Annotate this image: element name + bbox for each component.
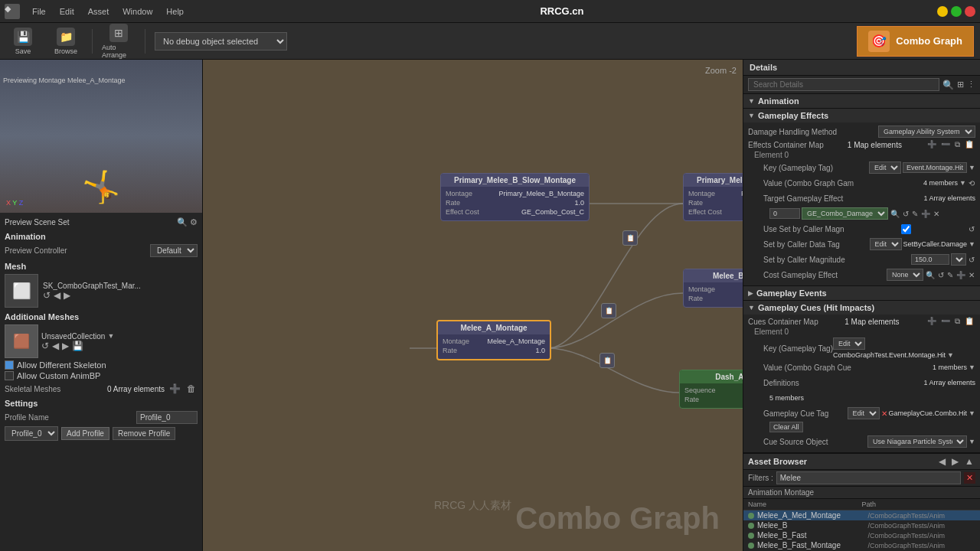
- collection-dropdown-icon[interactable]: ▼: [107, 332, 114, 340]
- damage-handling-select[interactable]: Gameplay Ability System: [878, 126, 975, 138]
- wire-node-1[interactable]: 📋: [622, 230, 638, 246]
- gameplay-cue-tag-edit[interactable]: Edit: [848, 407, 880, 419]
- mesh-refresh-icon[interactable]: ↺: [43, 290, 51, 301]
- value-b-expand[interactable]: ▼: [969, 364, 975, 371]
- node-primary-melee-b[interactable]: Primary_Melee_B_Slow_Montage MontagePrim…: [440, 173, 590, 221]
- target-remove-icon[interactable]: ✕: [933, 210, 940, 218]
- mesh-prev-icon[interactable]: ◀: [54, 290, 60, 301]
- value-combo-btn1[interactable]: ⟲: [968, 179, 975, 187]
- paste-effect-btn[interactable]: 📋: [963, 140, 975, 149]
- save-button[interactable]: 💾 Save: [6, 28, 40, 55]
- key-tag-dropdown[interactable]: ▼: [969, 164, 975, 171]
- profile-name-input[interactable]: [136, 411, 198, 424]
- menu-file[interactable]: File: [29, 5, 49, 18]
- gameplay-cue-dropdown[interactable]: ▼: [969, 409, 975, 417]
- asset-row[interactable]: Melee_B /ComboGraphTests/Anim: [743, 520, 980, 530]
- remove-cue-btn[interactable]: ➖: [939, 317, 952, 326]
- remove-profile-button[interactable]: Remove Profile: [113, 427, 175, 440]
- copy-effect-btn[interactable]: ⧉: [953, 140, 962, 149]
- target-search-icon[interactable]: 🔍: [890, 210, 900, 218]
- add-mesh-next-icon[interactable]: ▶: [62, 341, 69, 351]
- key-b-dropdown[interactable]: ▼: [947, 351, 954, 359]
- remove-skeletal-mesh-btn[interactable]: 🗑: [185, 383, 198, 394]
- minimize-button[interactable]: [937, 6, 948, 17]
- node-graph-area[interactable]: Zoom -2 Melee_A_Montage MontageMelee_A_M…: [203, 60, 743, 551]
- browse-button[interactable]: 📁 Browse: [49, 28, 83, 55]
- asset-browser-up-icon[interactable]: ▲: [963, 456, 975, 467]
- clear-all-button[interactable]: Clear All: [769, 422, 803, 432]
- add-effect-btn[interactable]: ➕: [926, 140, 938, 149]
- remove-effect-btn[interactable]: ➖: [939, 140, 952, 149]
- allow-different-skeleton-checkbox[interactable]: [5, 360, 14, 370]
- scene-search-icon[interactable]: 🔍: [177, 217, 188, 227]
- node-melee-a-montage[interactable]: Melee_A_Montage MontageMelee_A_Montage R…: [436, 320, 551, 360]
- set-by-caller-magnitude-input[interactable]: [911, 254, 949, 265]
- view-options-icon[interactable]: ⊞: [957, 80, 964, 90]
- allow-custom-anim-checkbox[interactable]: [5, 371, 14, 380]
- set-by-caller-magnitude-select[interactable]: ▼: [951, 253, 966, 266]
- gameplay-events-toggle[interactable]: ▶ Gameplay Events: [743, 286, 980, 300]
- details-search-input[interactable]: [748, 78, 939, 91]
- preview-controller-select[interactable]: Default: [150, 244, 198, 257]
- asset-row[interactable]: Melee_B_Fast_Montage /ComboGraphTests/An…: [743, 540, 980, 550]
- asset-browser-back-icon[interactable]: ◀: [937, 456, 947, 467]
- asset-row[interactable]: Melee_B_Fast /ComboGraphTests/Anim: [743, 530, 980, 540]
- auto-arrange-button[interactable]: ⊞ Auto Arrange: [102, 24, 136, 59]
- asset-browser-forward-icon[interactable]: ▶: [950, 456, 960, 467]
- profile-dropdown[interactable]: Profile_0: [5, 426, 58, 441]
- gameplay-cue-x-btn[interactable]: ✕: [881, 409, 887, 418]
- key-gameplay-tag-edit[interactable]: Edit: [869, 161, 901, 174]
- value-combo-expand[interactable]: ▼: [959, 179, 966, 187]
- add-profile-button[interactable]: Add Profile: [61, 427, 109, 440]
- target-damage-select[interactable]: GE_Combo_Damage: [802, 207, 888, 220]
- cost-add-icon[interactable]: ➕: [956, 271, 966, 279]
- node-dash-ability[interactable]: Dash_Ability SequenceDash_Ability Rate1.…: [679, 370, 743, 409]
- add-cue-btn[interactable]: ➕: [926, 317, 938, 326]
- close-button[interactable]: [965, 6, 975, 17]
- target-number-field[interactable]: [769, 208, 800, 219]
- cost-gameplay-effect-select[interactable]: None: [887, 269, 923, 281]
- target-add-icon[interactable]: ➕: [920, 210, 931, 218]
- cost-refresh-icon[interactable]: ↺: [937, 271, 945, 279]
- paste-cue-btn[interactable]: 📋: [963, 317, 975, 326]
- add-mesh-save-icon[interactable]: 💾: [72, 341, 83, 351]
- node-primary-melee-c[interactable]: Primary_Melee_C_Slow_Montage MontagePrim…: [683, 173, 743, 221]
- gameplay-cues-toggle[interactable]: ▼ Gameplay Cues (Hit Impacts): [743, 301, 980, 315]
- mesh-next-icon[interactable]: ▶: [64, 290, 70, 301]
- use-set-by-caller-checkbox[interactable]: [901, 224, 911, 234]
- set-by-caller-refresh-icon[interactable]: ↺: [968, 256, 975, 264]
- menu-window[interactable]: Window: [119, 5, 155, 18]
- menu-asset[interactable]: Asset: [85, 5, 113, 18]
- cue-source-select[interactable]: Use Niagara Particle System: [867, 435, 967, 448]
- cost-search-icon[interactable]: 🔍: [925, 271, 936, 279]
- viewport[interactable]: ◀ Perspective Lit Show Character LOD Aut…: [0, 60, 202, 213]
- copy-cue-btn[interactable]: ⧉: [953, 317, 962, 326]
- target-refresh-icon[interactable]: ↺: [902, 210, 910, 218]
- combo-graph-button[interactable]: 🎯 Combo Graph: [857, 26, 974, 57]
- wire-node-2[interactable]: 📋: [601, 303, 616, 318]
- set-by-caller-data-edit[interactable]: Edit: [870, 238, 902, 250]
- add-mesh-refresh-icon[interactable]: ↺: [41, 341, 49, 351]
- animation-section-toggle[interactable]: ▼ Animation: [743, 94, 980, 108]
- wire-node-3[interactable]: 📋: [599, 353, 615, 368]
- maximize-button[interactable]: [951, 6, 962, 17]
- menu-edit[interactable]: Edit: [57, 5, 77, 18]
- debug-object-select[interactable]: No debug object selected: [155, 32, 287, 51]
- use-set-by-caller-icon[interactable]: ↺: [968, 225, 975, 233]
- set-by-caller-dropdown[interactable]: ▼: [969, 240, 975, 248]
- asset-row[interactable]: Melee_A_Med_Montage /ComboGraphTests/Ani…: [743, 510, 980, 520]
- add-skeletal-mesh-btn[interactable]: ➕: [168, 383, 182, 394]
- menu-help[interactable]: Help: [163, 5, 187, 18]
- cost-remove-icon[interactable]: ✕: [968, 271, 975, 279]
- cue-source-dropdown[interactable]: ▼: [969, 438, 975, 445]
- key-gameplay-tag-b-edit[interactable]: Edit: [833, 337, 865, 350]
- filter-clear-button[interactable]: ✕: [964, 472, 975, 484]
- cost-edit-icon[interactable]: ✎: [946, 271, 954, 279]
- target-edit-icon[interactable]: ✎: [911, 210, 919, 218]
- more-options-icon[interactable]: ⋮: [967, 80, 975, 90]
- filter-input[interactable]: [776, 471, 961, 484]
- scene-settings-icon[interactable]: ⚙: [190, 217, 198, 227]
- gameplay-effects-toggle[interactable]: ▼ Gameplay Effects: [743, 109, 980, 122]
- add-mesh-prev-icon[interactable]: ◀: [52, 341, 59, 351]
- node-melee-b-montage[interactable]: Melee_B_Montage MontageMelee_B_Montage R…: [683, 269, 743, 308]
